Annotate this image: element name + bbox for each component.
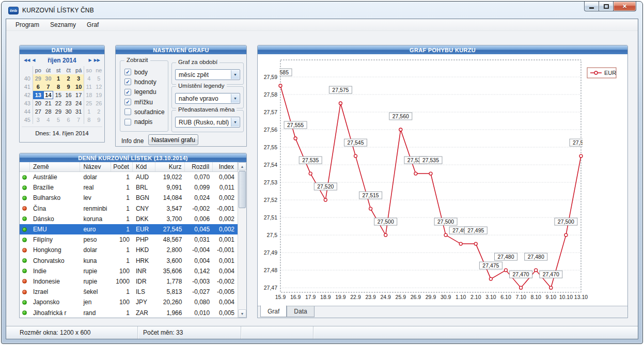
tab-graf[interactable]: Graf (260, 305, 287, 317)
chart-settings-panel: NASTAVENÍ GRAFU Zobrazit ✓body✓hodnoty✓l… (115, 45, 247, 147)
calendar-day[interactable]: 11 (84, 83, 94, 91)
checkbox-hodnoty[interactable]: ✓hodnoty (124, 77, 168, 87)
calendar-day[interactable]: 21 (43, 99, 54, 107)
legend-position-select[interactable]: nahoře vpravo ▼ (175, 93, 240, 104)
calendar-day[interactable]: 2 (94, 107, 104, 116)
scroll-up-icon[interactable]: ▲ (238, 162, 246, 170)
checkbox-legendu[interactable]: ✓legendu (124, 87, 168, 97)
status-cell (20, 203, 30, 214)
menu-item-program[interactable]: Program (10, 20, 44, 30)
checkbox-body[interactable]: ✓body (124, 67, 168, 77)
calendar-day[interactable]: 19 (94, 91, 104, 99)
rates-scrollbar[interactable]: ▲ ▼ (238, 162, 246, 318)
prev-year-button[interactable]: ◀◀ (23, 58, 31, 62)
calendar-day[interactable]: 14 (43, 91, 54, 99)
calendar-day[interactable]: 20 (33, 99, 43, 107)
calendar-day[interactable]: 7 (73, 116, 84, 124)
table-row[interactable]: Dánskokoruna1DKK3,7000,0060,002 (20, 214, 238, 224)
cell-nazev: kuna (80, 256, 111, 266)
calendar-day[interactable]: 29 (33, 74, 43, 83)
table-row[interactable]: Izraelšekel1ILS5,813-0,027-0,005 (20, 287, 238, 297)
calendar-day[interactable]: 26 (94, 99, 104, 107)
title-bar[interactable]: čnb KURZOVNÍ LÍSTKY ČNB ✕ (2, 2, 642, 17)
calendar-day[interactable]: 7 (43, 83, 54, 91)
period-select[interactable]: měsíc zpět ▼ (175, 69, 240, 80)
maximize-button[interactable] (599, 2, 613, 11)
scrollbar-track[interactable] (238, 170, 246, 309)
next-year-button[interactable]: ▶▶ (93, 58, 101, 62)
table-row[interactable]: Hongkongdolar1HKD2,800-0,004-0,001 (20, 245, 238, 255)
column-header-pocet[interactable]: Počet (111, 162, 133, 171)
menu-item-seznamy[interactable]: Seznamy (45, 20, 81, 30)
svg-text:27,59: 27,59 (264, 74, 277, 80)
table-row[interactable]: Jihoafrická rrand1ZAR1,9660,0100,005 (20, 307, 238, 318)
calendar-day[interactable]: 30 (43, 74, 54, 83)
table-row[interactable]: Japonskojen100JPY20,2600,0800,004 (20, 297, 238, 307)
tab-data[interactable]: Data (287, 306, 314, 317)
scroll-down-icon[interactable]: ▼ (238, 309, 246, 318)
calendar-day[interactable]: 9 (94, 116, 104, 124)
calendar-day[interactable]: 6 (64, 116, 74, 124)
column-header-kurz[interactable]: Kurz (155, 162, 185, 171)
column-header-zeme[interactable]: Země (30, 162, 80, 171)
calendar-day[interactable]: 1 (53, 74, 64, 83)
column-header-nazev[interactable]: Název (80, 162, 111, 171)
calendar-day[interactable]: 4 (43, 116, 54, 124)
calendar-day[interactable]: 13 (33, 91, 43, 99)
calendar-day[interactable]: 30 (64, 107, 74, 116)
table-row[interactable]: Brazíliereal1BRL9,0910,0990,011 (20, 182, 238, 193)
cell-pocet: 1 (111, 307, 133, 318)
table-row[interactable]: Indierupie100INR35,6060,1420,004 (20, 266, 238, 276)
calendar-day[interactable]: 25 (84, 99, 94, 107)
calendar-day[interactable]: 10 (73, 83, 84, 91)
calendar-day[interactable]: 12 (94, 83, 104, 91)
calendar-day[interactable]: 2 (64, 74, 74, 83)
window-controls: ✕ (584, 2, 636, 11)
checkbox-souradnice[interactable]: souřadnice (124, 107, 168, 117)
calendar-day[interactable]: 15 (53, 91, 64, 99)
table-row[interactable]: Chorvatskokuna1HRK3,6000,0040,001 (20, 256, 238, 266)
calendar-day[interactable]: 17 (73, 91, 84, 99)
calendar-day[interactable]: 1 (84, 107, 94, 116)
table-row[interactable]: EMUeuro1EUR27,5450,0450,002 (20, 224, 238, 234)
scrollbar-thumb[interactable] (239, 171, 246, 208)
calendar-day[interactable]: 8 (53, 83, 64, 91)
calendar-day[interactable]: 27 (33, 107, 43, 116)
calendar-day[interactable]: 18 (84, 91, 94, 99)
svg-text:27,51: 27,51 (264, 214, 277, 221)
table-row[interactable]: Bulharskolev1BGN14,0840,0240,002 (20, 193, 238, 203)
calendar-day[interactable]: 5 (94, 74, 104, 83)
calendar-day[interactable]: 3 (33, 116, 43, 124)
calendar-day[interactable]: 24 (73, 99, 84, 107)
calendar-day[interactable]: 28 (43, 107, 54, 116)
calendar-day[interactable]: 22 (53, 99, 64, 107)
calendar-day[interactable]: 31 (73, 107, 84, 116)
column-header-index[interactable]: Index (213, 162, 238, 171)
checkbox-nadpis[interactable]: nadpis (124, 117, 168, 127)
column-header-kod[interactable]: Kód (133, 162, 155, 171)
calendar-day[interactable]: 9 (64, 83, 74, 91)
menu-item-graf[interactable]: Graf (82, 20, 104, 30)
checkbox-mrizku[interactable]: ✓mřížku (124, 97, 168, 107)
calendar-day[interactable]: 5 (53, 116, 64, 124)
calendar-day[interactable]: 8 (84, 116, 94, 124)
table-row[interactable]: Čínarenminbi1CNY3,547-0,002-0,001 (20, 203, 238, 214)
column-header-rozdil[interactable]: Rozdíl (185, 162, 213, 171)
calendar-day[interactable]: 23 (64, 99, 74, 107)
preset-currency-select[interactable]: RUB (Rusko, rubl) ▼ (175, 117, 240, 128)
rate-up-icon (22, 310, 27, 315)
cell-nazev: real (80, 182, 111, 193)
chart-settings-button[interactable]: Nastavení grafu (148, 134, 198, 145)
prev-month-button[interactable]: ◀ (31, 58, 36, 62)
next-month-button[interactable]: ▶ (88, 58, 93, 62)
calendar-day[interactable]: 3 (73, 74, 84, 83)
calendar-day[interactable]: 29 (53, 107, 64, 116)
calendar-day[interactable]: 6 (33, 83, 43, 91)
calendar-day[interactable]: 4 (84, 74, 94, 83)
minimize-button[interactable] (584, 2, 599, 11)
table-row[interactable]: Indonesierupie1000IDR1,778-0,003-0,002 (20, 276, 238, 287)
table-row[interactable]: Filipínypeso100PHP48,5670,0310,001 (20, 234, 238, 245)
table-row[interactable]: Austráliedolar1AUD19,0220,0700,004 (20, 172, 238, 182)
close-button[interactable]: ✕ (613, 2, 636, 11)
calendar-day[interactable]: 16 (64, 91, 74, 99)
